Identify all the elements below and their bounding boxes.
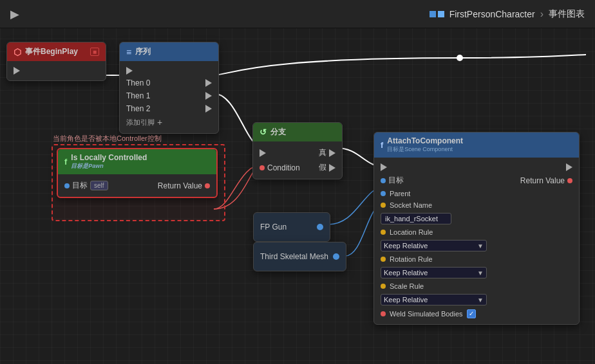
attach-location-dropdown-row: Keep Relative ▼ [374, 238, 579, 253]
attach-scale-value: Keep Relative [384, 296, 428, 304]
attach-rotation-dropdown-row: Keep Relative ▼ [374, 265, 579, 280]
attach-socket-pin[interactable] [381, 203, 386, 208]
attach-parent-pin[interactable] [381, 191, 386, 196]
attach-weld-checkbox[interactable]: ✓ [467, 309, 476, 318]
islocal-target-row: 目标 self Return Value [58, 178, 216, 193]
beginplay-header: ⬡ 事件BeginPlay ■ [7, 42, 106, 61]
blueprint-icon [430, 11, 444, 17]
sequence-title: 序列 [135, 46, 151, 57]
attach-title-area: AttachToComponent 目标是Scene Component [387, 136, 463, 154]
attach-location-label-row: Location Rule [374, 226, 579, 238]
sequence-then0-label: Then 0 [126, 78, 150, 87]
attach-location-dropdown[interactable]: Keep Relative ▼ [381, 240, 487, 251]
beginplay-body [7, 61, 106, 80]
sequence-then1-label: Then 1 [126, 91, 150, 100]
branch-false-label: 假 [319, 162, 326, 173]
islocal-return-label: Return Value [158, 181, 202, 190]
attach-return-pin[interactable] [567, 178, 572, 183]
fpgun-out-pin[interactable] [317, 224, 323, 230]
beginplay-title: 事件BeginPlay [25, 46, 78, 57]
branch-false-pin[interactable] [329, 164, 335, 172]
beginplay-exec-out[interactable] [14, 67, 20, 75]
islocal-self-tag: self [90, 181, 108, 190]
attach-scale-dropdown-row: Keep Relative ▼ [374, 292, 579, 307]
attach-socket-input[interactable] [381, 213, 451, 224]
attach-title: AttachToComponent [387, 136, 463, 145]
branch-condition-pin[interactable] [260, 165, 265, 170]
branch-icon: ↺ [260, 127, 267, 137]
attach-scale-label: Scale Rule [390, 282, 424, 290]
fpgun-body: FP Gun [254, 213, 330, 241]
attach-scale-pin[interactable] [381, 284, 386, 289]
node-attach: f AttachToComponent 目标是Scene Component 目… [373, 132, 580, 325]
attach-weld-label: Weld Simulated Bodies [390, 310, 463, 318]
islocal-body: 目标 self Return Value [58, 174, 216, 197]
attach-exec-row [374, 161, 579, 173]
sequence-then1-pin[interactable] [205, 92, 212, 100]
branch-true-pin[interactable] [329, 149, 335, 157]
attach-exec-out[interactable] [566, 163, 572, 171]
sequence-addpin-row[interactable]: 添加引脚 + [120, 115, 218, 129]
rotation-dropdown-arrow-icon: ▼ [477, 269, 484, 277]
attach-func-icon: f [381, 140, 383, 150]
fpgun-label: FP Gun [260, 219, 287, 235]
islocal-target-pin[interactable] [64, 183, 70, 188]
skeletal-row: Third Skeletal Mesh [254, 246, 346, 267]
attach-socket-row: Socket Name [374, 199, 579, 211]
sequence-then0-pin[interactable] [205, 79, 212, 87]
location-dropdown-arrow-icon: ▼ [477, 242, 484, 250]
sequence-then2-label: Then 2 [126, 104, 150, 113]
comment-label: 当前角色是否被本地Controller控制 [53, 134, 162, 143]
attach-rotation-pin[interactable] [381, 257, 386, 262]
attach-target-row: 目标 Return Value [374, 173, 579, 188]
attach-scale-dropdown[interactable]: Keep Relative ▼ [381, 294, 487, 305]
attach-weld-row: Weld Simulated Bodies ✓ [374, 307, 579, 320]
beginplay-icon: ⬡ [14, 47, 21, 57]
attach-exec-in[interactable] [381, 163, 387, 171]
branch-exec-row: 真 [253, 145, 342, 160]
attach-location-value: Keep Relative [384, 242, 428, 250]
sequence-then2-pin[interactable] [205, 105, 212, 113]
branch-condition-row: Condition 假 [253, 160, 342, 175]
attach-target-pin[interactable] [381, 178, 386, 183]
attach-rotation-label-row: Rotation Rule [374, 253, 579, 265]
fpgun-row: FP Gun [254, 217, 330, 237]
attach-location-label: Location Rule [390, 228, 433, 236]
attach-target-label: 目标 [388, 175, 404, 186]
branch-condition-label: Condition [267, 163, 300, 172]
islocal-title: Is Locally Controlled [71, 153, 147, 162]
attach-parent-row: Parent [374, 188, 579, 199]
sequence-then2-row: Then 2 [120, 102, 218, 115]
sequence-exec-in[interactable] [126, 67, 133, 75]
skeletal-body: Third Skeletal Mesh [254, 242, 346, 271]
scale-dropdown-arrow-icon: ▼ [477, 296, 484, 304]
back-arrow-icon[interactable]: ▶ [10, 7, 19, 21]
attach-rotation-dropdown[interactable]: Keep Relative ▼ [381, 267, 487, 278]
node-sequence: ≡ 序列 Then 0 Then 1 Then 2 [119, 42, 219, 134]
attach-socket-label: Socket Name [390, 201, 432, 209]
sequence-then0-row: Then 0 [120, 77, 218, 89]
beginplay-exec-row [7, 65, 106, 77]
branch-true-label: 真 [319, 147, 326, 158]
branch-exec-in[interactable] [260, 149, 266, 157]
islocal-header: f Is Locally Controlled 目标是Pawn [58, 149, 216, 174]
blueprint-canvas: ▶ FirstPersonCharacter › 事件图表 [0, 0, 595, 364]
skeletal-out-pin[interactable] [333, 253, 339, 260]
islocal-func-icon: f [64, 157, 67, 167]
add-pin-icon[interactable]: + [157, 117, 162, 127]
islocal-return-pin[interactable] [205, 183, 210, 188]
node-skeletal: Third Skeletal Mesh [253, 242, 346, 271]
attach-header: f AttachToComponent 目标是Scene Component [374, 132, 579, 158]
branch-title: 分支 [270, 127, 286, 138]
branch-header: ↺ 分支 [253, 123, 342, 141]
breadcrumb-separator: › [540, 8, 543, 20]
attach-weld-pin[interactable] [381, 311, 386, 316]
branch-body: 真 Condition 假 [253, 141, 342, 179]
islocal-subtitle: 目标是Pawn [71, 162, 147, 170]
beginplay-badge: ■ [90, 48, 99, 56]
sequence-then1-row: Then 1 [120, 89, 218, 102]
sequence-body: Then 0 Then 1 Then 2 添加引脚 + [120, 61, 218, 133]
svg-point-0 [457, 55, 463, 61]
breadcrumb-page: 事件图表 [549, 8, 585, 20]
attach-location-pin[interactable] [381, 230, 386, 235]
